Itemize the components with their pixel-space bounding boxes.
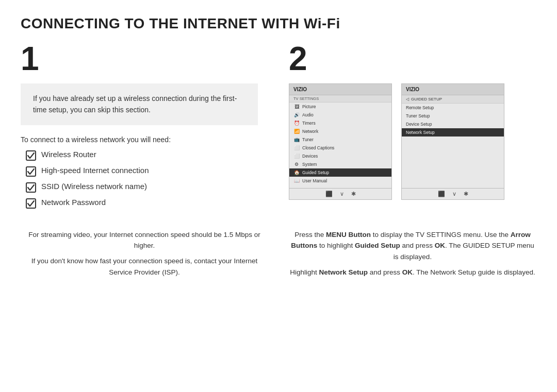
tv-brand-2: VIZIO — [402, 84, 504, 95]
step2-number: 2 — [289, 42, 536, 75]
step1-number: 1 — [21, 42, 268, 75]
list-item: High-speed Internet connection — [26, 166, 268, 177]
bottom-right-text: Press the MENU Button to display the TV … — [289, 229, 536, 282]
tv-menu-tuner: 📺Tuner — [289, 135, 391, 144]
list-item: Network Password — [26, 198, 268, 209]
tv-guided-tuner-setup: Tuner Setup — [402, 112, 504, 120]
tv-footer-icon-gear: ✱ — [351, 191, 356, 197]
bottom-isp-text: If you don't know how fast your connecti… — [21, 255, 268, 278]
bottom-menu-instructions: Press the MENU Button to display the TV … — [289, 229, 536, 263]
tv-footer-1: ⬛ ∨ ✱ — [289, 188, 391, 197]
tv-guided-remote-setup: Remote Setup — [402, 104, 504, 112]
bottom-streaming-text: For streaming video, your Internet conne… — [21, 229, 268, 251]
step2-column: 2 VIZIO TV SETTINGS 🖼Picture 🔊Audio ⏰Tim… — [289, 42, 536, 214]
tv-menu-guided-setup: 🏠Guided Setup — [289, 168, 391, 177]
checklist-item-4: Network Password — [41, 198, 106, 207]
tv-guided-network-setup: Network Setup — [402, 128, 504, 137]
checklist-item-3: SSID (Wireless network name) — [41, 182, 147, 191]
tv-menu-system: ⚙System — [289, 160, 391, 168]
step1-column: 1 If you have already set up a wireless … — [21, 42, 268, 214]
tv-menu-devices: ⬜Devices — [289, 152, 391, 160]
checkbox-icon — [26, 198, 36, 209]
bottom-network-instructions: Highlight Network Setup and press OK. Th… — [289, 267, 536, 278]
checkbox-icon — [26, 166, 36, 177]
tv-guided-header: ◁GUIDED SETUP — [402, 95, 504, 104]
tv-brand-1: VIZIO — [289, 84, 391, 95]
checklist-item-2: High-speed Internet connection — [41, 166, 149, 175]
tv-menu-picture: 🖼Picture — [289, 103, 391, 111]
checkbox-icon — [26, 150, 36, 161]
need-label: To connect to a wireless network you wil… — [21, 135, 268, 144]
tv-footer-icon-down2: ∨ — [452, 191, 456, 197]
list-item: SSID (Wireless network name) — [26, 182, 268, 193]
checklist: Wireless Router High-speed Internet conn… — [26, 150, 268, 209]
tv-footer-icon-down: ∨ — [340, 191, 344, 197]
tv-footer-icon-monitor: ⬛ — [325, 191, 333, 197]
tv-menu-timers: ⏰Timers — [289, 119, 391, 127]
screens-row: VIZIO TV SETTINGS 🖼Picture 🔊Audio ⏰Timer… — [289, 83, 536, 200]
bottom-left-text: For streaming video, your Internet conne… — [21, 229, 268, 282]
tv-footer-icon-gear2: ✱ — [464, 191, 468, 197]
page-title: CONNECTING TO THE INTERNET WITH Wi-Fi — [21, 15, 536, 32]
tv-menu-audio: 🔊Audio — [289, 111, 391, 119]
info-box: If you have already set up a wireless co… — [21, 83, 258, 125]
tv-footer-icon-monitor2: ⬛ — [438, 191, 445, 197]
tv-menu-network: 📶Network — [289, 127, 391, 135]
bottom-section: For streaming video, your Internet conne… — [21, 229, 536, 282]
tv-menu-user-manual: 📖User Manual — [289, 177, 391, 185]
tv-guided-device-setup: Device Setup — [402, 120, 504, 128]
checklist-item-1: Wireless Router — [41, 150, 96, 159]
list-item: Wireless Router — [26, 150, 268, 161]
tv-screen-2: VIZIO ◁GUIDED SETUP Remote Setup Tuner S… — [401, 83, 504, 200]
tv-subheader-1: TV SETTINGS — [289, 95, 391, 103]
tv-screen-1: VIZIO TV SETTINGS 🖼Picture 🔊Audio ⏰Timer… — [289, 83, 392, 200]
tv-footer-2: ⬛ ∨ ✱ — [402, 188, 504, 197]
checkbox-icon — [26, 182, 36, 193]
info-box-text: If you have already set up a wireless co… — [33, 94, 237, 114]
tv-menu-closed-captions: ⬜Closed Captions — [289, 144, 391, 152]
